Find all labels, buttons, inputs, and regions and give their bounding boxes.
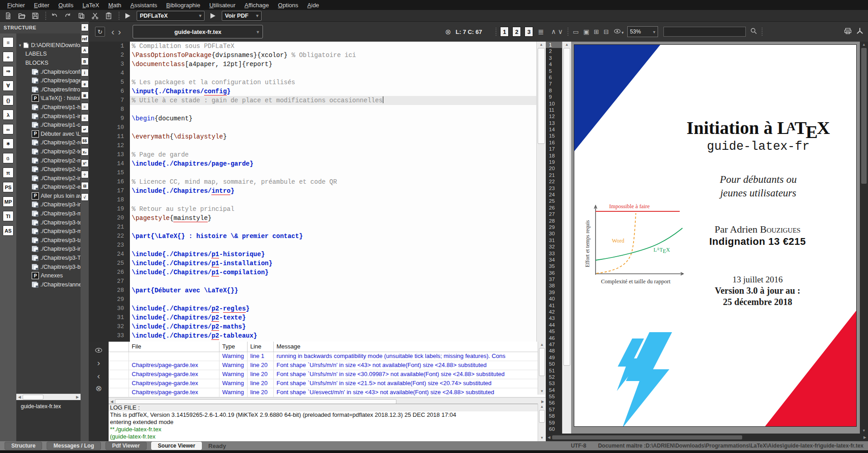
page-mode-1-button[interactable]: 1 (500, 27, 509, 37)
next-page-icon[interactable]: ∨ (558, 28, 563, 36)
scroll-up-icon[interactable]: ▲ (563, 42, 571, 48)
stop-icon[interactable]: ⊗ (445, 28, 451, 36)
page-mode-3-button[interactable]: 3 (525, 27, 533, 37)
scrollbar-thumb[interactable] (23, 395, 43, 400)
next-document-icon[interactable]: › (116, 27, 123, 36)
structure-item[interactable]: ./Chapitres/p2-ma (16, 156, 81, 165)
edit-tool-icon-6[interactable]: ≣ (81, 91, 89, 99)
scroll-right-icon[interactable]: ▶ (862, 435, 868, 439)
pdf-strip-line-40[interactable]: 40 (546, 296, 562, 302)
structure-item[interactable]: ▾D:\ADRIEN\Download (16, 41, 81, 50)
edit-tool-icon-8[interactable]: ≡ (81, 114, 89, 122)
message-row[interactable]: Chapitres/page-garde.texWarningline 20Fo… (109, 370, 546, 379)
pdf-strip-line-6[interactable]: 6 (546, 74, 562, 81)
structure-item[interactable]: ./Chapitres/p1-co (16, 120, 81, 129)
next-error-icon[interactable]: › (97, 358, 100, 367)
pdf-strip-line-26[interactable]: 26 (546, 205, 562, 211)
pdf-strip-line-34[interactable]: 34 (546, 257, 562, 263)
misc-symbols-tab-icon[interactable]: ∞ (3, 124, 14, 134)
scrollbar-thumb[interactable] (563, 48, 570, 366)
pdf-strip-line-4[interactable]: 4 (546, 61, 562, 67)
pdf-page[interactable]: Initiation à LATEX guide-latex-fr Pour d… (574, 44, 857, 427)
message-row[interactable]: Chapitres/page-garde.texWarningline 20Fo… (109, 361, 546, 370)
messages-vertical-scrollbar[interactable]: ▲ ▼ (538, 342, 546, 395)
edit-tool-icon-14[interactable]: ⊟ (81, 182, 89, 190)
scroll-up-icon[interactable]: ▲ (538, 404, 546, 410)
menu-item-math[interactable]: Math (104, 1, 126, 10)
pdf-strip-line-27[interactable]: 27 (546, 211, 562, 217)
continuous-mode-icon[interactable]: ≣ (538, 28, 544, 36)
pdf-strip-line-48[interactable]: 48 (546, 348, 562, 354)
pdf-strip-line-7[interactable]: 7 (546, 81, 562, 87)
pdf-vertical-scrollbar[interactable]: ▲ ▼ (860, 42, 868, 434)
structure-item[interactable]: ./Chapitres/p2-im (16, 174, 81, 183)
pdf-strip-line-60[interactable]: 60 (546, 426, 562, 432)
pdf-strip-line-13[interactable]: 13 (546, 120, 562, 126)
panel-tab-messages-log[interactable]: Messages / Log (47, 442, 100, 450)
edit-tool-icon-10[interactable]: $$ (81, 137, 89, 144)
scroll-down-icon[interactable]: ▼ (860, 429, 868, 433)
zoom-out-icon[interactable]: ⊟ (604, 28, 609, 35)
open-file-button[interactable] (16, 11, 27, 21)
pdf-strip-line-3[interactable]: 3 (546, 55, 562, 61)
structure-item[interactable]: ./Chapitres/p1-his (16, 103, 81, 112)
external-viewer-icon[interactable] (856, 28, 863, 36)
fit-page-icon[interactable]: ▣ (583, 28, 589, 35)
pdf-strip-line-58[interactable]: 58 (546, 413, 562, 419)
structure-item[interactable]: ./Chapitres/p3-be (16, 262, 81, 272)
structure-horizontal-scrollbar[interactable]: ◀ ▶ (16, 394, 81, 400)
menu-item-utilisateur[interactable]: Utilisateur (205, 1, 240, 10)
pdf-strip-line-10[interactable]: 10 (546, 100, 562, 107)
structure-item[interactable]: PAnnexes (16, 271, 81, 280)
edit-tool-icon-7[interactable]: ≡ (81, 103, 89, 110)
pdf-strip-line-47[interactable]: 47 (546, 341, 562, 348)
edit-tool-icon-9[interactable]: ↵ (81, 125, 89, 133)
message-row[interactable]: Chapitres/page-garde.texWarningline 20Fo… (109, 388, 546, 397)
pdf-strip-line-57[interactable]: 57 (546, 406, 562, 413)
international-tab-icon[interactable]: π (3, 167, 14, 178)
structure-item[interactable]: ./Chapitres/p1-ins (16, 112, 81, 121)
edit-tool-icon-3[interactable]: B (81, 57, 89, 65)
menu-item-aide[interactable]: Aide (303, 1, 324, 10)
scroll-left-icon[interactable]: ◀ (109, 400, 115, 404)
pdf-horizontal-scrollbar[interactable]: ◀ ▶ (546, 434, 868, 441)
pdf-strip-line-9[interactable]: 9 (546, 94, 562, 100)
pdf-strip-line-29[interactable]: 29 (546, 224, 562, 230)
panel-tab-source-viewer[interactable]: Source Viewer (151, 442, 202, 450)
scrollbar-thumb[interactable] (861, 48, 867, 184)
pdf-strip-line-1[interactable]: 1 (546, 42, 562, 48)
pdf-strip-line-33[interactable]: 33 (546, 250, 562, 257)
pstricks-tab-icon[interactable]: PS (3, 182, 14, 192)
structure-item[interactable]: ./Chapitres/intro (16, 85, 81, 94)
strip-vertical-scrollbar[interactable]: ▲ (562, 42, 571, 434)
redo-button[interactable] (62, 11, 73, 21)
pdf-strip-line-24[interactable]: 24 (546, 191, 562, 198)
original-size-icon[interactable]: ▭ (573, 28, 579, 35)
cut-button[interactable] (90, 11, 100, 21)
pdf-strip-line-28[interactable]: 28 (546, 218, 562, 224)
pdf-line-strip[interactable]: 1234567891011121314151617181920212223242… (546, 42, 562, 434)
editor-vertical-scrollbar[interactable]: ▲ (536, 42, 546, 342)
pdf-strip-line-54[interactable]: 54 (546, 387, 562, 393)
view-command-select[interactable]: Voir PDF ▾ (222, 11, 262, 21)
relation-symbols-tab-icon[interactable]: ÷ (3, 52, 14, 62)
search-icon[interactable] (750, 28, 757, 36)
pdf-strip-line-43[interactable]: 43 (546, 315, 562, 321)
structure-tab-icon[interactable]: ≡ (3, 37, 14, 48)
structure-item[interactable]: BLOCKS (16, 58, 81, 67)
edit-tool-icon-1[interactable]: ref (81, 35, 89, 43)
edit-tool-icon-13[interactable]: ÷ (81, 171, 89, 178)
pdf-strip-line-31[interactable]: 31 (546, 237, 562, 243)
pdf-strip-line-12[interactable]: 12 (546, 113, 562, 119)
pdf-strip-line-46[interactable]: 46 (546, 335, 562, 341)
structure-item[interactable]: P\LaTeX{} : histoi (16, 94, 81, 103)
scroll-left-icon[interactable]: ◀ (546, 435, 552, 439)
open-file-selector[interactable]: guide-latex-fr.tex ▾ (133, 25, 263, 38)
scrollbar-thumb[interactable] (552, 435, 742, 439)
run-view-button[interactable] (207, 11, 218, 21)
structure-item[interactable]: ./Chapitres/p3-te (16, 218, 81, 227)
pdf-strip-line-37[interactable]: 37 (546, 276, 562, 282)
pdf-search-input[interactable] (663, 27, 746, 37)
column-header-file[interactable]: File (129, 342, 219, 352)
menu-item-editer[interactable]: Editer (29, 1, 54, 10)
